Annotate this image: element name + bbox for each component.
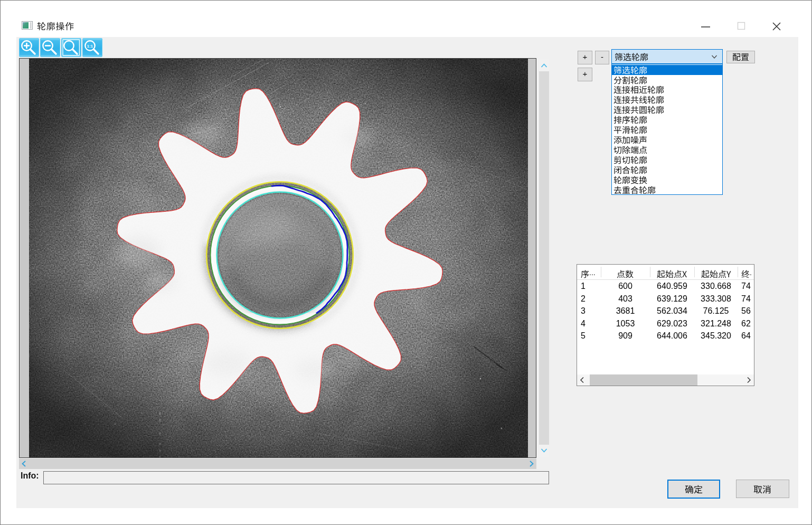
- svg-text:1:1: 1:1: [87, 44, 93, 49]
